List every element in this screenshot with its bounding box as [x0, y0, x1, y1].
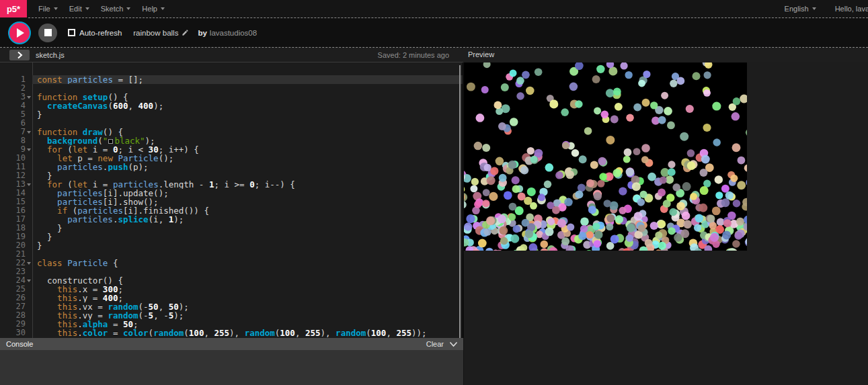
code-line[interactable]: 13 for (let i = particles.length - 1; i …	[0, 180, 463, 189]
code-line[interactable]: 3function setup() {	[0, 93, 463, 101]
nav-menu-file[interactable]: File	[38, 5, 58, 13]
line-number: 3	[0, 93, 32, 101]
fold-arrow-icon[interactable]	[26, 93, 32, 101]
fold-arrow-icon[interactable]	[26, 259, 32, 267]
edit-pencil-icon[interactable]	[182, 29, 189, 36]
code-line[interactable]: 29 this.alpha = 50;	[0, 320, 463, 329]
code-line[interactable]: 20}	[0, 241, 463, 250]
code-line[interactable]: 2	[0, 84, 463, 93]
fold-arrow-icon[interactable]	[26, 276, 32, 285]
p5-logo[interactable]: p5*	[0, 0, 27, 17]
code-line[interactable]: 26 this.y = 400;	[0, 294, 463, 302]
code-line[interactable]: 11 particles.push(p);	[0, 163, 463, 171]
stop-button[interactable]	[38, 24, 57, 42]
color-swatch-icon	[108, 139, 113, 144]
play-button[interactable]	[8, 22, 31, 44]
toolbar: Auto-refresh rainbow balls by lavastudio…	[0, 18, 868, 47]
chevron-down-icon	[161, 7, 165, 10]
code-line[interactable]: 16 if (particles[i].finished()) {	[0, 206, 463, 215]
header-strip: sketch.js Saved: 2 minutes ago Preview	[0, 48, 868, 62]
code-editor-panel: 1const particles = [];23function setup()…	[0, 62, 463, 338]
line-number: 7	[0, 128, 32, 136]
sidebar-expand-button[interactable]	[9, 50, 30, 60]
line-number: 8	[0, 136, 32, 145]
stop-icon	[44, 29, 52, 36]
console-panel: Console Clear	[0, 338, 463, 385]
code-line[interactable]: 18 }	[0, 224, 463, 232]
line-number: 1	[0, 75, 32, 84]
code-line[interactable]: 30 this.color = color(random(100, 255), …	[0, 329, 463, 337]
tab-sketch-js[interactable]: sketch.js	[36, 51, 65, 59]
sketch-title: rainbow balls	[133, 29, 178, 37]
code-line[interactable]: 22class Particle {	[0, 259, 463, 267]
code-editor[interactable]: 1const particles = [];23function setup()…	[0, 75, 463, 337]
nav-menus: FileEditSketchHelp	[27, 5, 165, 13]
code-line[interactable]: 6	[0, 119, 463, 128]
code-line[interactable]: 21	[0, 250, 463, 259]
line-number: 30	[0, 329, 32, 337]
saved-status: Saved: 2 minutes ago	[378, 51, 449, 59]
p5-web-editor: p5* FileEditSketchHelp English Hello, la…	[0, 0, 868, 385]
fold-arrow-icon[interactable]	[26, 128, 32, 136]
code-line[interactable]: 15 particles[i].show();	[0, 198, 463, 206]
preview-label: Preview	[468, 50, 494, 58]
fold-arrow-icon[interactable]	[26, 180, 32, 189]
code-line[interactable]: 9 for (let i = 0; i < 30; i++) {	[0, 145, 463, 154]
line-number: 4	[0, 101, 32, 110]
nav-menu-help[interactable]: Help	[142, 5, 165, 13]
code-line[interactable]: 23	[0, 267, 463, 276]
line-number: 2	[0, 84, 32, 93]
fold-arrow-icon[interactable]	[26, 145, 32, 154]
auto-refresh-label[interactable]: Auto-refresh	[79, 29, 122, 37]
author-name[interactable]: lavastudios08	[210, 29, 257, 37]
chevron-right-icon	[17, 51, 23, 59]
console-title: Console	[6, 340, 33, 348]
code-line[interactable]: 17 particles.splice(i, 1);	[0, 215, 463, 224]
chevron-down-icon	[449, 341, 458, 347]
code-line[interactable]: 7function draw() {	[0, 128, 463, 136]
auto-refresh-checkbox[interactable]	[68, 29, 75, 36]
language-menu[interactable]: English	[785, 5, 816, 13]
code-line[interactable]: 24 constructor() {	[0, 276, 463, 285]
by-label: by	[198, 29, 206, 37]
sketch-canvas[interactable]	[464, 62, 747, 251]
code-line[interactable]: 19 }	[0, 232, 463, 241]
chevron-down-icon	[126, 7, 130, 10]
nav-menu-edit[interactable]: Edit	[69, 5, 89, 13]
account-menu[interactable]: Hello, lava	[835, 5, 868, 13]
preview-panel	[464, 62, 868, 385]
console-collapse-button[interactable]	[449, 341, 458, 347]
code-line[interactable]: 5}	[0, 110, 463, 119]
play-icon	[17, 28, 24, 38]
nav-right: English Hello, lava	[785, 5, 868, 13]
code-line[interactable]: 10 let p = new Particle();	[0, 154, 463, 163]
editor-tab-bar: sketch.js Saved: 2 minutes ago	[0, 48, 463, 62]
editor-scrollbar[interactable]	[459, 65, 461, 338]
code-line[interactable]: 8 background("black");	[0, 136, 463, 145]
chevron-down-icon	[54, 7, 58, 10]
console-header: Console Clear	[0, 338, 463, 350]
code-line[interactable]: 1const particles = [];	[0, 75, 463, 84]
language-label: English	[785, 5, 809, 13]
nav-bar: p5* FileEditSketchHelp English Hello, la…	[0, 0, 868, 17]
line-number: 6	[0, 119, 32, 128]
code-line[interactable]: 27 this.vx = random(-50, 50);	[0, 302, 463, 311]
code-line[interactable]: 12 }	[0, 171, 463, 180]
chevron-down-icon	[812, 7, 816, 10]
code-line[interactable]: 28 this.vy = random(-5, -5);	[0, 311, 463, 320]
code-line[interactable]: 25 this.x = 300;	[0, 285, 463, 294]
line-number: 5	[0, 110, 32, 119]
chevron-down-icon	[85, 7, 89, 10]
code-line[interactable]: 14 particles[i].update();	[0, 189, 463, 198]
console-clear-button[interactable]: Clear	[426, 340, 444, 348]
code-line[interactable]: 4 createCanvas(600, 400);	[0, 101, 463, 110]
nav-menu-sketch[interactable]: Sketch	[101, 5, 131, 13]
